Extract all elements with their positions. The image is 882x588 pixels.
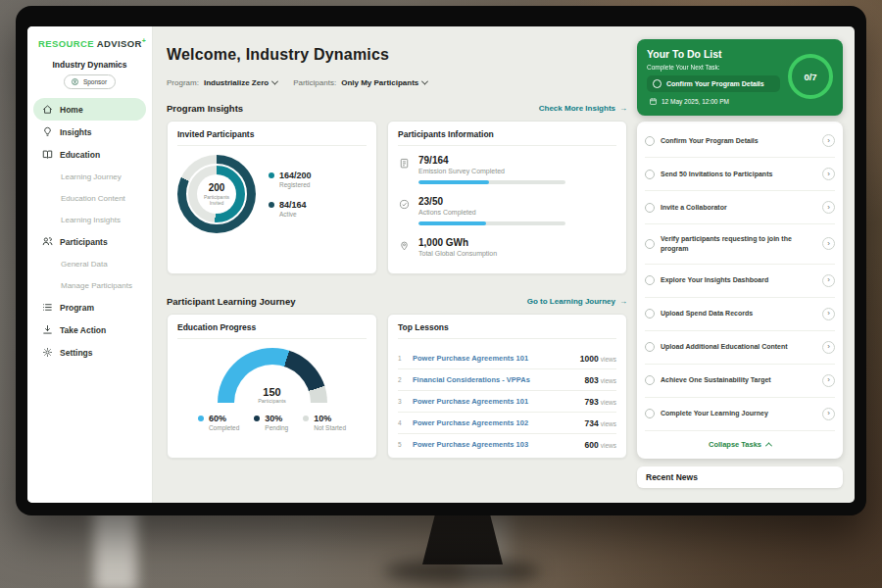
sidebar-item-settings[interactable]: Settings [33, 341, 146, 364]
insights-cards: Invited Participants 200 Participants In… [167, 121, 627, 274]
legend-item: 30%Pending [254, 414, 288, 431]
task-row-achieve-one-sustainability-target[interactable]: Achieve One Sustainability Target› [645, 365, 835, 398]
task-checkbox[interactable] [645, 342, 655, 352]
main-content: Welcome, Industry Dynamics Program: Indu… [153, 26, 637, 503]
task-checkbox[interactable] [645, 203, 655, 213]
lesson-row: 4Power Purchase Agreements 102734views [398, 413, 616, 434]
chevron-right-icon[interactable]: › [822, 134, 835, 147]
todo-next-task[interactable]: Confirm Your Program Details [647, 75, 780, 92]
logo-advisor: ADVISOR [97, 38, 142, 49]
education-gauge-chart: 150 Participants [218, 348, 327, 404]
stat-value: 1,000 GWh [418, 237, 497, 248]
learning-journey-header: Participant Learning Journey Go to Learn… [167, 296, 627, 307]
page-title: Welcome, Industry Dynamics [167, 46, 627, 64]
lesson-title-link[interactable]: Power Purchase Agreements 101 [413, 397, 578, 406]
sidebar-item-general-data[interactable]: General Data [33, 253, 146, 274]
legend-label: Active [279, 211, 307, 218]
arrow-right-icon: → [619, 104, 627, 113]
task-row-upload-spend-data-records[interactable]: Upload Spend Data Records› [645, 298, 835, 331]
lesson-rank: 5 [398, 441, 406, 448]
task-checkbox[interactable] [645, 136, 655, 146]
task-label: Upload Additional Educational Content [661, 342, 816, 352]
todo-next-checkbox[interactable] [653, 79, 662, 88]
chevron-down-icon [421, 78, 428, 85]
task-row-verify-participants-requesting-to-join-the-program[interactable]: Verify participants requesting to join t… [645, 224, 835, 265]
collapse-tasks-link[interactable]: Collapse Tasks [645, 431, 835, 456]
lesson-row: 3Power Purchase Agreements 101793views [398, 391, 616, 413]
sidebar-item-take-action[interactable]: Take Action [33, 318, 146, 341]
task-row-explore-your-insights-dashboard[interactable]: Explore Your Insights Dashboard› [645, 265, 835, 298]
sidebar-item-label: Participants [60, 237, 108, 247]
task-checkbox[interactable] [645, 275, 655, 285]
org-name: Industry Dynamics [27, 60, 152, 70]
sidebar-item-learning-journey[interactable]: Learning Journey [33, 166, 146, 187]
logo-plus: + [142, 37, 147, 44]
task-row-confirm-your-program-details[interactable]: Confirm Your Program Details› [645, 124, 835, 158]
task-checkbox[interactable] [645, 170, 655, 179]
chevron-right-icon[interactable]: › [822, 201, 835, 214]
chevron-right-icon[interactable]: › [822, 274, 835, 287]
legend-value: 10% [314, 414, 346, 423]
task-label: Achieve One Sustainability Target [661, 375, 816, 385]
lesson-views-suffix: views [601, 420, 616, 427]
task-checkbox[interactable] [645, 375, 655, 385]
sponsor-badge[interactable]: Sponsor [64, 74, 116, 89]
task-checkbox[interactable] [645, 409, 655, 418]
check-more-insights-link[interactable]: Check More Insights → [539, 104, 627, 113]
task-checkbox[interactable] [645, 239, 655, 249]
consumption-icon [398, 239, 411, 252]
chevron-right-icon[interactable]: › [822, 237, 835, 250]
task-label: Upload Spend Data Records [661, 309, 816, 318]
task-row-upload-additional-educational-content[interactable]: Upload Additional Educational Content› [645, 331, 835, 365]
sidebar-item-participants[interactable]: Participants [33, 230, 146, 253]
chevron-right-icon[interactable]: › [822, 168, 835, 180]
program-filter-label: Program: [167, 78, 199, 87]
go-to-learning-journey-label: Go to Learning Journey [527, 297, 615, 306]
task-row-send-50-invitations-to-participants[interactable]: Send 50 Invitations to Participants› [645, 158, 835, 191]
invited-donut-inner-ring: 200 Participants Invited [186, 164, 247, 224]
lesson-rank: 1 [398, 355, 406, 362]
go-to-learning-journey-link[interactable]: Go to Learning Journey → [527, 297, 627, 306]
todo-task-list-card: Confirm Your Program Details›Send 50 Inv… [637, 122, 843, 459]
sidebar-item-program[interactable]: Program [33, 296, 146, 318]
task-row-invite-a-collaborator[interactable]: Invite a Collaborator› [645, 191, 835, 224]
lesson-title-link[interactable]: Power Purchase Agreements 102 [413, 418, 578, 427]
todo-next-label: Confirm Your Program Details [666, 80, 764, 87]
lesson-views-suffix: views [601, 442, 616, 449]
lesson-row: 2Financial Considerations - VPPAs803view… [398, 369, 616, 391]
sidebar-item-home[interactable]: Home [33, 98, 146, 121]
chevron-right-icon[interactable]: › [822, 374, 835, 387]
take-action-icon [41, 323, 54, 336]
chevron-right-icon[interactable]: › [822, 308, 835, 320]
actions-icon [398, 198, 411, 211]
lesson-title-link[interactable]: Financial Considerations - VPPAs [413, 375, 578, 384]
lesson-views: 1000views [580, 354, 616, 364]
todo-task-list: Confirm Your Program Details›Send 50 Inv… [645, 124, 835, 431]
legend-value: 84/164 [279, 200, 307, 210]
stat-progress-bar [418, 180, 565, 184]
sponsor-icon [71, 77, 79, 86]
chevron-right-icon[interactable]: › [822, 408, 835, 420]
stat-progress-fill [418, 180, 489, 184]
stat-value: 79/164 [418, 155, 565, 166]
sidebar-item-manage-participants[interactable]: Manage Participants [33, 274, 146, 296]
program-filter-dropdown[interactable]: Industrialize Zero [204, 78, 277, 87]
lesson-title-link[interactable]: Power Purchase Agreements 101 [413, 354, 573, 363]
task-row-complete-your-learning-journey[interactable]: Complete Your Learning Journey› [645, 398, 835, 431]
sidebar-item-learning-insights[interactable]: Learning Insights [33, 209, 146, 230]
legend-label: Pending [265, 424, 288, 431]
legend-dot [198, 416, 204, 421]
sidebar-item-education-content[interactable]: Education Content [33, 187, 146, 209]
stat-progress-fill [418, 221, 486, 225]
stat-label: Actions Completed [418, 209, 565, 216]
chevron-right-icon[interactable]: › [822, 341, 835, 354]
legend-label: Not Started [314, 424, 346, 431]
participants-filter-dropdown[interactable]: Only My Participants [341, 78, 427, 87]
stat-total-global-consumption: 1,000 GWhTotal Global Consumption [398, 237, 616, 257]
program-filter: Program: Industrialize Zero [167, 78, 277, 87]
lesson-title-link[interactable]: Power Purchase Agreements 103 [413, 440, 578, 449]
task-checkbox[interactable] [645, 309, 655, 318]
sidebar-item-insights[interactable]: Insights [33, 121, 146, 143]
invited-donut-center: 200 Participants Invited [197, 174, 236, 214]
sidebar-item-education[interactable]: Education [33, 143, 146, 166]
